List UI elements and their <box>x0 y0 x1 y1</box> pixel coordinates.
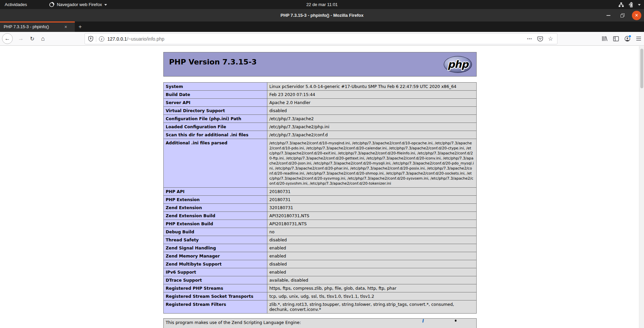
table-row: Configuration File (php.ini) Path/etc/ph… <box>164 115 477 123</box>
forward-button[interactable]: → <box>15 33 26 44</box>
restore-button[interactable] <box>618 11 627 20</box>
browser-viewport: PHP Version 7.3.15-3 php SystemLinux pcS… <box>0 46 644 328</box>
info-label: Additional .ini files parsed <box>164 139 267 188</box>
phpinfo-page: PHP Version 7.3.15-3 php SystemLinux pcS… <box>163 46 477 328</box>
table-row: Registered PHP Streamshttps, ftps, compr… <box>164 284 477 292</box>
info-value: API20180731,NTS <box>267 220 477 228</box>
info-value: enabled <box>267 244 477 252</box>
info-label: Configuration File (php.ini) Path <box>164 115 267 123</box>
info-label: Virtual Directory Support <box>164 107 267 115</box>
table-row: Zend Extension BuildAPI320180731,NTS <box>164 212 477 220</box>
home-button[interactable]: ⌂ <box>38 33 48 44</box>
info-value: no <box>267 228 477 236</box>
info-value: /etc/php/7.3/apache2/conf.d/10-mysqlnd.i… <box>267 139 477 188</box>
php-logo-text: php <box>447 58 468 70</box>
divider <box>96 36 96 42</box>
vertical-scrollbar[interactable] <box>639 46 644 328</box>
activities-button[interactable]: Actividades <box>0 0 32 9</box>
zend-credits-text: This program makes use of the Zend Scrip… <box>166 320 301 325</box>
zend-logo <box>422 319 424 323</box>
shield-icon[interactable] <box>88 36 93 42</box>
caret-down-icon <box>638 4 641 6</box>
close-icon: × <box>635 13 638 18</box>
info-label: PHP Extension <box>164 196 267 204</box>
url-domain: 127.0.0.1 <box>107 36 127 42</box>
info-label: PHP Extension Build <box>164 220 267 228</box>
new-tab-button[interactable]: + <box>75 21 86 32</box>
table-row: Build DateFeb 23 2020 07:15:44 <box>164 91 477 99</box>
info-label: Zend Signal Handling <box>164 244 267 252</box>
info-label: Registered Stream Filters <box>164 300 267 314</box>
menu-icon[interactable] <box>636 36 641 41</box>
info-label: DTrace Support <box>164 276 267 284</box>
info-label: Zend Memory Manager <box>164 252 267 260</box>
bookmark-star-icon[interactable]: ☆ <box>548 35 553 42</box>
library-icon[interactable] <box>602 36 607 41</box>
info-value: /etc/php/7.3/apache2/conf.d <box>267 131 477 139</box>
battery-icon <box>628 2 634 7</box>
window-title: PHP 7.3.15-3 - phpinfo() - Mozilla Firef… <box>0 9 644 21</box>
info-label: Registered PHP Streams <box>164 284 267 292</box>
sidebar-icon[interactable] <box>613 36 619 41</box>
info-label: Debug Build <box>164 228 267 236</box>
navigation-toolbar: ← → ↻ ⌂ i 127.0.0.1/~usuario/info.php ••… <box>0 32 644 46</box>
back-button[interactable]: ← <box>2 33 13 44</box>
table-row: IPv6 Supportenabled <box>164 268 477 276</box>
table-row: Zend Signal Handlingenabled <box>164 244 477 252</box>
info-label: Scan this dir for additional .ini files <box>164 131 267 139</box>
page-title: PHP Version 7.3.15-3 <box>169 58 257 66</box>
info-value: disabled <box>267 236 477 244</box>
scrollbar-thumb[interactable] <box>640 49 643 88</box>
info-value: API320180731,NTS <box>267 212 477 220</box>
info-label: PHP API <box>164 188 267 196</box>
info-label: Zend Extension <box>164 204 267 212</box>
info-value: https, ftps, compress.zlib, php, file, g… <box>267 284 477 292</box>
tab-phpinfo[interactable]: PHP 7.3.15-3 - phpinfo() × <box>0 21 75 32</box>
table-row: Registered Stream Socket Transportstcp, … <box>164 292 477 300</box>
info-label: Registered Stream Socket Transports <box>164 292 267 300</box>
window-controls: × <box>604 9 641 21</box>
restore-icon <box>621 13 625 17</box>
notification-dot <box>629 35 631 38</box>
minimize-button[interactable] <box>604 11 613 20</box>
url-bar[interactable]: i 127.0.0.1/~usuario/info.php ••• ☆ <box>85 33 557 44</box>
window-titlebar: PHP 7.3.15-3 - phpinfo() - Mozilla Firef… <box>0 9 644 21</box>
info-label: System <box>164 83 267 91</box>
system-tray[interactable] <box>619 0 641 9</box>
page-actions-icon[interactable]: ••• <box>527 37 532 41</box>
tab-title: PHP 7.3.15-3 - phpinfo() <box>4 25 61 29</box>
gnome-top-bar: Actividades Navegador web Firefox 22 de … <box>0 0 644 9</box>
table-row: Virtual Directory Supportdisabled <box>164 107 477 115</box>
info-label: Server API <box>164 99 267 107</box>
info-label: Build Date <box>164 91 267 99</box>
table-row: Zend Memory Managerenabled <box>164 252 477 260</box>
table-row: Zend Extension320180731 <box>164 204 477 212</box>
url-path: /~usuario/info.php <box>127 36 164 42</box>
zend-credits: This program makes use of the Zend Scrip… <box>163 318 477 328</box>
app-menu-label: Navegador web Firefox <box>57 2 102 7</box>
network-icon <box>619 2 624 7</box>
url-actions: ••• ☆ <box>527 35 557 42</box>
info-label: Thread Safety <box>164 236 267 244</box>
info-value: disabled <box>267 107 477 115</box>
php-logo: php <box>444 56 472 73</box>
toolbar-right <box>602 33 641 44</box>
table-row: Registered Stream Filterszlib.*, string.… <box>164 300 477 314</box>
info-icon[interactable]: i <box>99 36 104 42</box>
table-row: Scan this dir for additional .ini files/… <box>164 131 477 139</box>
firefox-icon <box>49 2 54 7</box>
info-value: 20180731 <box>267 188 477 196</box>
account-icon[interactable] <box>625 36 630 42</box>
pocket-icon[interactable] <box>537 36 543 42</box>
table-row: Debug Buildno <box>164 228 477 236</box>
site-identity[interactable]: i <box>85 36 104 42</box>
url-text[interactable]: 127.0.0.1/~usuario/info.php <box>107 36 527 42</box>
tab-close-button[interactable]: × <box>62 24 69 30</box>
info-label: Zend Extension Build <box>164 212 267 220</box>
close-button[interactable]: × <box>632 11 641 20</box>
table-row: PHP Extension BuildAPI20180731,NTS <box>164 220 477 228</box>
app-menu-button[interactable]: Navegador web Firefox <box>46 0 110 9</box>
info-value: tcp, udp, unix, udg, ssl, tls, tlsv1.0, … <box>267 292 477 300</box>
clock[interactable]: 22 de mar 11:01 <box>306 0 338 9</box>
reload-button[interactable]: ↻ <box>27 33 38 44</box>
